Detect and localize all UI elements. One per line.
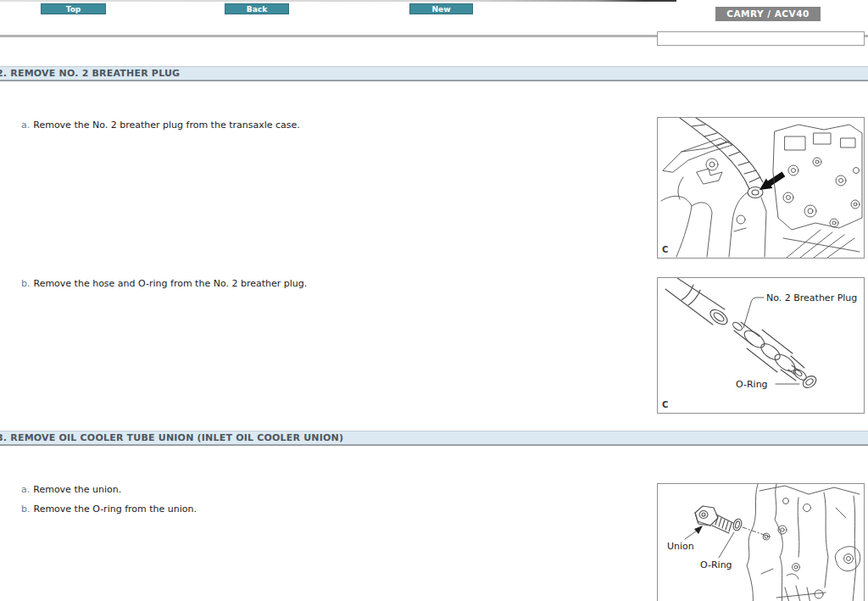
- service-manual-page: Top Back New CAMRY / ACV40 2. REMOVE NO.…: [0, 0, 868, 601]
- vehicle-model-badge: CAMRY / ACV40: [715, 7, 821, 21]
- pointer-arrow-icon: [760, 171, 785, 190]
- figure-transaxle-breather-plug: C: [657, 117, 865, 259]
- step-letter: b.: [21, 278, 30, 289]
- union-label: Union: [667, 541, 694, 552]
- transaxle-line-art: [658, 118, 864, 258]
- breather-plug: [732, 320, 809, 381]
- figure-breather-plug-oring: No. 2 Breather Plug O-Ring C: [657, 277, 865, 414]
- figure-oil-cooler-union: Union O-Ring: [657, 483, 865, 601]
- clipped-figure-frame: [657, 31, 865, 46]
- step-row: b.Remove the O-ring from the union.: [21, 504, 197, 515]
- figure-labels: No. 2 Breather Plug O-Ring: [736, 292, 857, 390]
- step-row: a.Remove the No. 2 breather plug from th…: [21, 120, 300, 131]
- transaxle-case-art: [747, 484, 860, 601]
- section-title: 2. REMOVE NO. 2 BREATHER PLUG: [0, 67, 180, 80]
- engine-block-right: [773, 125, 862, 258]
- oring-label: O-Ring: [700, 559, 732, 570]
- part-label: No. 2 Breather Plug: [766, 292, 857, 303]
- oring: [801, 374, 819, 391]
- union-line-art: Union O-Ring: [658, 484, 864, 601]
- figure-corner-label: C: [662, 245, 668, 254]
- transaxle-case-left: [661, 138, 766, 257]
- hose: [665, 278, 730, 327]
- step-letter: a.: [21, 484, 30, 495]
- section-title: 3. REMOVE OIL COOLER TUBE UNION (INLET O…: [0, 431, 343, 444]
- figure-labels: Union O-Ring: [667, 526, 734, 570]
- step-row: b.Remove the hose and O-ring from the No…: [21, 278, 307, 289]
- step-letter: a.: [21, 120, 30, 131]
- new-button[interactable]: New: [409, 3, 473, 14]
- corrugated-hose: [680, 118, 763, 198]
- step-letter: b.: [21, 504, 30, 515]
- breather-plug-line-art: No. 2 Breather Plug O-Ring: [658, 278, 864, 413]
- top-button[interactable]: Top: [41, 3, 106, 14]
- oring-label: O-Ring: [736, 379, 768, 390]
- step-text: Remove the hose and O-ring from the No. …: [33, 278, 307, 289]
- figure-corner-label: C: [662, 400, 668, 409]
- step-text: Remove the union.: [33, 484, 121, 495]
- step-row: a.Remove the union.: [21, 484, 121, 495]
- section-header-oil-cooler-union: 3. REMOVE OIL COOLER TUBE UNION (INLET O…: [0, 431, 868, 446]
- top-rule-divider: [0, 0, 676, 2]
- step-text: Remove the No. 2 breather plug from the …: [33, 120, 300, 131]
- step-text: Remove the O-ring from the union.: [33, 504, 197, 515]
- section-header-breather-plug: 2. REMOVE NO. 2 BREATHER PLUG: [0, 66, 868, 81]
- leader-arrowhead: [694, 526, 703, 534]
- back-button[interactable]: Back: [225, 3, 289, 14]
